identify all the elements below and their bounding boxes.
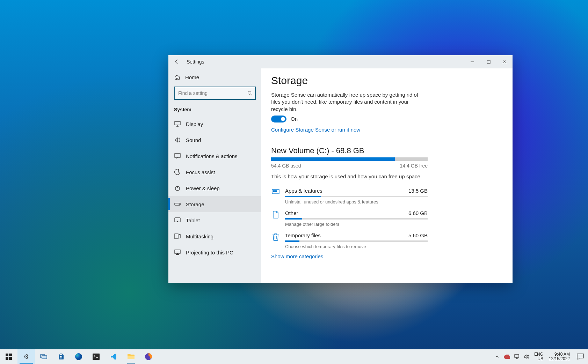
category-bar-fill [285, 218, 302, 220]
category-bar [285, 240, 428, 242]
sidebar-nav-list: DisplaySoundNotifications & actionsFocus… [168, 116, 261, 283]
category-bar [285, 218, 428, 220]
sidebar-item-focus-assist[interactable]: Focus assist [168, 164, 261, 180]
svg-rect-13 [275, 191, 277, 192]
sidebar-section-label: System [168, 102, 261, 116]
svg-rect-21 [61, 356, 63, 357]
windows-logo-icon [6, 354, 12, 360]
taskbar-app-terminal[interactable] [87, 349, 105, 364]
volume-usage-bar [271, 157, 428, 161]
notifications-icon [174, 153, 181, 159]
svg-rect-19 [42, 356, 47, 359]
sidebar-item-storage[interactable]: Storage [168, 196, 261, 212]
taskbar-app-microsoft-store[interactable] [52, 349, 70, 364]
storage-category-row[interactable]: Temporary files5.60 GBChoose which tempo… [271, 229, 428, 251]
tray-volume[interactable] [522, 354, 531, 359]
show-more-categories-link[interactable]: Show more categories [271, 253, 323, 259]
taskbar-app-settings[interactable]: ⚙ [17, 349, 35, 364]
taskbar-app-edge[interactable] [70, 349, 87, 364]
tray-onedrive[interactable] [502, 355, 512, 359]
category-bar [285, 196, 428, 197]
start-button[interactable] [0, 349, 17, 364]
sidebar-item-label: Tablet [186, 217, 200, 223]
sidebar-item-projecting[interactable]: Projecting to this PC [168, 244, 261, 260]
tablet-icon [174, 217, 181, 223]
tray-lang-secondary: US [537, 357, 543, 361]
tray-action-center[interactable] [573, 353, 588, 360]
sidebar-item-label: Sound [186, 137, 201, 143]
category-name: Apps & features [285, 188, 322, 194]
speaker-icon [524, 354, 529, 359]
notification-icon [576, 353, 584, 360]
close-button[interactable] [496, 55, 513, 68]
sidebar-home[interactable]: Home [168, 70, 261, 84]
svg-rect-23 [61, 358, 63, 359]
power-sleep-icon [174, 185, 181, 191]
terminal-icon [93, 354, 100, 360]
folder-icon [127, 354, 135, 360]
category-size: 13.5 GB [408, 188, 428, 194]
settings-sidebar: Home System DisplaySoundNotifications & … [168, 68, 261, 283]
storage-sense-description: Storage Sense can automatically free up … [271, 91, 421, 113]
sidebar-item-label: Multitasking [186, 233, 213, 239]
projecting-icon [174, 250, 181, 255]
svg-rect-28 [515, 355, 519, 357]
sidebar-item-label: Projecting to this PC [186, 250, 233, 255]
edge-icon [75, 353, 82, 361]
svg-rect-17 [9, 357, 12, 360]
svg-rect-0 [487, 60, 490, 64]
sidebar-item-power-sleep[interactable]: Power & sleep [168, 180, 261, 196]
svg-rect-10 [175, 250, 180, 253]
category-name: Other [285, 210, 298, 216]
maximize-button[interactable] [480, 55, 496, 68]
system-tray: ENG US 9:40 AM 12/15/2022 [492, 349, 588, 364]
settings-window: Settings Home [168, 55, 513, 283]
home-icon [174, 74, 180, 80]
volume-free-label: 14.4 GB free [400, 163, 428, 169]
category-subtext: Choose which temporary files to remove [285, 244, 428, 249]
settings-content: Storage Storage Sense can automatically … [261, 68, 513, 283]
storage-category-row[interactable]: Other6.60 GBManage other large folders [271, 207, 428, 229]
category-size: 5.60 GB [408, 232, 428, 238]
sidebar-home-label: Home [185, 74, 199, 80]
svg-rect-25 [93, 354, 100, 360]
svg-rect-2 [175, 121, 180, 125]
back-button[interactable] [168, 55, 185, 68]
sidebar-item-notifications[interactable]: Notifications & actions [168, 148, 261, 164]
tray-language[interactable]: ENG US [531, 352, 546, 361]
sidebar-item-sound[interactable]: Sound [168, 132, 261, 148]
window-controls [464, 55, 513, 68]
svg-rect-15 [9, 354, 12, 356]
sidebar-item-display[interactable]: Display [168, 116, 261, 132]
taskbar-app-file-explorer[interactable] [122, 349, 140, 364]
cloud-icon [504, 355, 510, 359]
storage-sense-toggle[interactable] [271, 116, 286, 122]
category-subtext: Uninstall unused or undesired apps & fea… [285, 199, 428, 205]
taskbar-app-vscode[interactable] [105, 349, 122, 364]
storage-category-row[interactable]: Apps & features13.5 GBUninstall unused o… [271, 184, 428, 207]
sidebar-item-label: Focus assist [186, 169, 215, 175]
tray-clock[interactable]: 9:40 AM 12/15/2022 [546, 352, 573, 361]
task-view-icon [40, 354, 47, 359]
svg-rect-3 [175, 154, 180, 157]
storage-icon [174, 202, 181, 207]
storage-categories: Apps & features13.5 GBUninstall unused o… [271, 184, 428, 251]
tray-overflow-button[interactable] [492, 355, 502, 359]
search-input[interactable] [177, 90, 245, 96]
storage-sense-toggle-label: On [291, 116, 298, 122]
taskbar-app-task-view[interactable] [35, 349, 52, 364]
search-box[interactable] [174, 87, 256, 100]
minimize-button[interactable] [464, 55, 480, 68]
svg-point-24 [75, 353, 82, 360]
arrow-left-icon [174, 59, 180, 65]
sidebar-item-multitasking[interactable]: Multitasking [168, 228, 261, 244]
sidebar-item-label: Power & sleep [186, 185, 220, 191]
close-icon [502, 60, 507, 64]
svg-point-6 [179, 204, 180, 205]
sidebar-item-tablet[interactable]: Tablet [168, 212, 261, 228]
configure-storage-sense-link[interactable]: Configure Storage Sense or run it now [271, 127, 360, 133]
taskbar-app-firefox[interactable] [140, 349, 157, 364]
tray-network[interactable] [512, 354, 522, 359]
volume-usage-fill [271, 157, 395, 161]
square-icon [487, 60, 491, 64]
